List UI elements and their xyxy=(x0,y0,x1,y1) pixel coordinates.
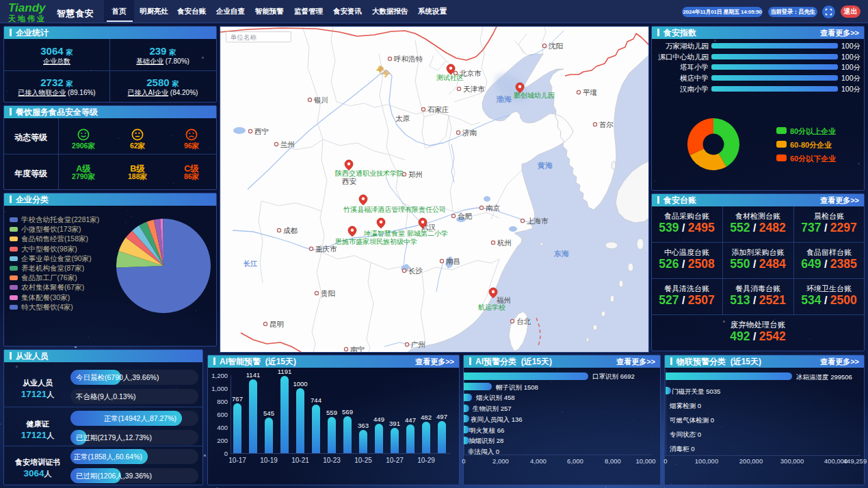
svg-text:陕西交通职业技术学院: 陕西交通职业技术学院 xyxy=(335,170,404,177)
svg-text:恩施市盛家坝民族初级中学: 恩施市盛家坝民族初级中学 xyxy=(334,238,417,245)
svg-text:银川: 银川 xyxy=(313,96,328,104)
svg-text:重庆市: 重庆市 xyxy=(315,245,337,253)
svg-text:济南: 济南 xyxy=(462,128,477,137)
svg-text:石家庄: 石家庄 xyxy=(428,105,449,113)
svg-text:长沙: 长沙 xyxy=(408,267,423,275)
svg-text:贵阳: 贵阳 xyxy=(321,289,335,297)
svg-text:渤海: 渤海 xyxy=(496,95,512,103)
svg-text:平壤: 平壤 xyxy=(583,88,597,96)
svg-text:合肥: 合肥 xyxy=(458,212,473,220)
svg-text:坤瀛智慧食堂: 坤瀛智慧食堂 xyxy=(363,230,405,237)
svg-text:西安: 西安 xyxy=(342,177,357,185)
svg-text:上海市: 上海市 xyxy=(527,217,549,225)
svg-text:航运学校: 航运学校 xyxy=(478,303,505,311)
svg-text:西宁: 西宁 xyxy=(254,127,269,135)
svg-text:黄海: 黄海 xyxy=(537,161,553,170)
svg-text:竹溪县福泽酒店管理有限责任公司: 竹溪县福泽酒店管理有限责任公司 xyxy=(343,206,446,213)
svg-text:成都: 成都 xyxy=(283,226,298,234)
svg-text:呼和浩特: 呼和浩特 xyxy=(394,55,423,63)
svg-text:昆明: 昆明 xyxy=(269,320,284,328)
svg-text:长江: 长江 xyxy=(243,260,258,267)
svg-text:南宁: 南宁 xyxy=(350,345,365,353)
svg-text:沈阳: 沈阳 xyxy=(548,42,563,50)
svg-text:兰州: 兰州 xyxy=(280,140,295,148)
svg-text:天津市: 天津市 xyxy=(463,85,485,93)
svg-text:南昌: 南昌 xyxy=(446,257,460,265)
svg-text:东海: 东海 xyxy=(553,249,569,258)
svg-text:测试社区: 测试社区 xyxy=(436,74,464,81)
svg-text:太原: 太原 xyxy=(395,114,410,122)
svg-text:台北: 台北 xyxy=(516,317,531,325)
svg-text:广州: 广州 xyxy=(411,340,425,349)
svg-text:鹏创城幼儿园: 鹏创城幼儿园 xyxy=(514,92,555,99)
svg-text:首尔: 首尔 xyxy=(599,120,614,128)
svg-text:南京: 南京 xyxy=(486,204,501,212)
svg-text:郧城第二小学: 郧城第二小学 xyxy=(407,230,448,237)
svg-text:杭州: 杭州 xyxy=(497,239,512,247)
svg-text:郑州: 郑州 xyxy=(408,170,423,178)
